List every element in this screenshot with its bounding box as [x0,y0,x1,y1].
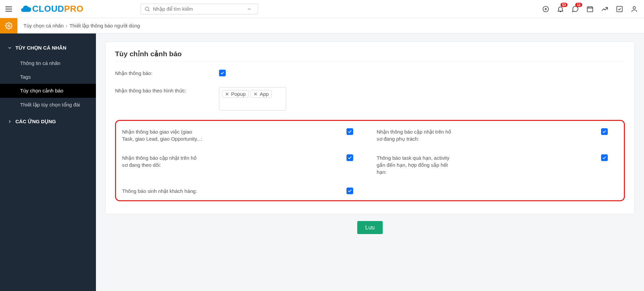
option-label: Thông báo sinh nhật khách hàng: [122,188,209,195]
calendar-button[interactable] [586,5,594,13]
search-wrap [141,4,258,14]
main-content: Tùy chỉnh cảnh báo Nhận thông báo: Nhận … [96,33,644,291]
card-title: Tùy chỉnh cảnh báo [115,50,625,58]
highlighted-options: Nhận thông báo giao việc (giao Task, gia… [115,120,625,201]
checkbox-birthday[interactable] [346,188,353,194]
profile-button[interactable] [631,5,638,13]
hamburger-icon [4,5,13,13]
option-assign-task: Nhận thông báo giao việc (giao Task, gia… [122,128,363,142]
breadcrumb-item[interactable]: Tùy chọn cá nhân [23,23,64,29]
row-receive-notification: Nhận thông báo: [115,70,625,78]
reports-button[interactable] [601,5,608,13]
search-input[interactable] [153,6,247,12]
sidebar-item-tags[interactable]: Tags [7,70,89,84]
option-update-assigned: Nhận thông báo cập nhật trên hồ sơ đang … [377,128,618,142]
checkbox-overdue[interactable] [601,154,608,161]
sidebar-item-profile[interactable]: Thông tin cá nhân [7,56,89,70]
calendar-icon [586,5,594,13]
option-label: Nhận thông báo cập nhật trên hồ sơ đang … [122,154,209,168]
checkbox-assign-task[interactable] [346,128,353,135]
divider [115,61,625,62]
notification-method-select[interactable]: ✕Popup ✕App [219,87,286,111]
sidebar-items: Thông tin cá nhân Tags Tùy chọn cảnh báo… [7,56,89,112]
save-button[interactable]: Lưu [357,221,383,234]
chevron-right-icon [7,119,12,124]
breadcrumb-separator: › [66,23,67,28]
logo-text-pro: PRO [64,4,84,14]
check-icon [602,129,607,134]
check-icon [347,155,352,160]
option-label: Nhận thông báo giao việc (giao Task, gia… [122,128,209,142]
tasks-button[interactable] [616,5,623,13]
check-icon [602,155,607,160]
sidebar-group-personal: TÙY CHỌN CÁ NHÂN Thông tin cá nhân Tags … [0,42,96,115]
close-icon[interactable]: ✕ [254,91,258,97]
option-update-following: Nhận thông báo cập nhật trên hồ sơ đang … [122,154,363,175]
search-icon [144,6,150,12]
chat-badge: 11 [575,3,582,7]
layout: TÙY CHỌN CÁ NHÂN Thông tin cá nhân Tags … [0,33,644,291]
tag-app[interactable]: ✕App [251,90,272,98]
row-notification-method: Nhận thông báo theo hình thức: ✕Popup ✕A… [115,87,625,111]
chevron-down-icon[interactable] [247,7,252,11]
save-row: Lưu [105,214,635,241]
checkbox-receive[interactable] [219,70,226,76]
checkbox-update-following[interactable] [346,154,353,161]
svg-point-14 [8,25,10,27]
check-square-icon [616,5,623,13]
breadcrumb-row: Tùy chọn cá nhân › Thiết lập thông báo n… [0,18,644,33]
top-bar: CLOUDPRO 53 11 [0,0,644,18]
close-icon[interactable]: ✕ [225,91,229,97]
tag-label: Popup [231,91,246,97]
messages-button[interactable]: 11 [572,5,579,13]
sidebar: TÙY CHỌN CÁ NHÂN Thông tin cá nhân Tags … [0,33,96,291]
check-icon [347,129,352,134]
cloud-icon [20,3,32,15]
svg-point-13 [633,6,635,9]
breadcrumb: Tùy chọn cá nhân › Thiết lập thông báo n… [23,23,140,29]
logo[interactable]: CLOUDPRO [20,3,84,15]
chevron-down-icon [7,46,12,50]
topbar-actions: 53 11 [542,5,644,13]
checkbox-update-assigned[interactable] [601,128,608,135]
svg-line-4 [148,10,149,11]
option-overdue: Thông báo task quá hạn, activity gần đến… [377,154,618,175]
svg-rect-12 [617,6,623,12]
settings-button[interactable] [0,18,17,33]
tag-popup[interactable]: ✕Popup [222,90,249,98]
option-birthday: Thông báo sinh nhật khách hàng: [122,188,363,196]
tag-label: App [260,91,269,97]
sidebar-group-head-apps[interactable]: CÁC ỨNG DỤNG [7,115,89,128]
svg-point-3 [145,7,149,11]
breadcrumb-item[interactable]: Thiết lập thông báo người dùng [69,23,140,29]
option-label: Nhận thông báo cập nhật trên hồ sơ đang … [377,128,464,142]
check-icon [347,189,352,193]
notifications-button[interactable]: 53 [557,5,564,13]
search-box[interactable] [141,4,258,14]
plus-circle-icon [542,5,549,13]
sidebar-item-callcenter[interactable]: Thiết lập tùy chọn tổng đài [7,98,89,112]
sidebar-group-label: TÙY CHỌN CÁ NHÂN [15,45,66,51]
check-icon [220,71,225,75]
logo-text-cloud: CLOUD [32,4,64,14]
sidebar-item-alerts[interactable]: Tùy chọn cảnh báo [0,84,96,98]
gear-icon [5,22,12,29]
user-icon [631,5,638,13]
settings-card: Tùy chỉnh cảnh báo Nhận thông báo: Nhận … [105,42,635,214]
svg-rect-8 [587,7,593,12]
sidebar-group-apps: CÁC ỨNG DỤNG [0,115,96,131]
hamburger-button[interactable] [0,0,17,18]
label-method: Nhận thông báo theo hình thức: [115,87,219,94]
chart-icon [601,5,608,13]
label-receive: Nhận thông báo: [115,70,219,76]
bell-badge: 53 [560,3,568,7]
sidebar-group-head-personal[interactable]: TÙY CHỌN CÁ NHÂN [7,42,89,54]
option-label: Thông báo task quá hạn, activity gần đến… [377,154,464,175]
add-button[interactable] [542,5,549,13]
sidebar-group-label: CÁC ỨNG DỤNG [15,119,56,125]
